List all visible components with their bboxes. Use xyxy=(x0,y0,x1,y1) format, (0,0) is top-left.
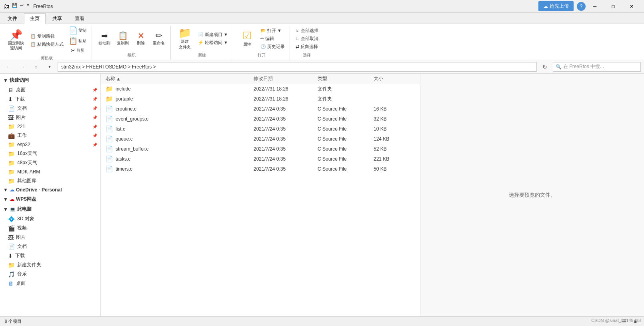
c-file-icon: 📄 xyxy=(106,115,113,123)
header-size[interactable]: 大小 xyxy=(374,75,414,82)
file-row-queue[interactable]: 📄 queue.c 2021/7/24 0:35 C Source File 1… xyxy=(101,134,420,144)
copy-to-button[interactable]: 📋 复制到 xyxy=(114,30,131,48)
quick-access-undo[interactable]: ↩ xyxy=(20,3,24,10)
minimize-button[interactable]: ─ xyxy=(586,0,604,13)
header-date[interactable]: 修改日期 xyxy=(254,75,318,82)
sidebar-item-work[interactable]: 💼 工作 📌 xyxy=(0,131,100,140)
tab-share[interactable]: 共享 xyxy=(46,13,68,24)
back-button[interactable]: ← xyxy=(3,61,14,72)
header-name[interactable]: 名称 ▲ xyxy=(106,75,254,82)
properties-button[interactable]: ☑ 属性 xyxy=(237,29,257,49)
sidebar-section-quick-access[interactable]: ▼ 快速访问 xyxy=(0,75,100,85)
tab-home[interactable]: 主页 xyxy=(24,13,46,24)
deselect-icon: ☐ xyxy=(296,36,300,41)
newfolder-icon: 📁 xyxy=(8,262,15,268)
edit-button[interactable]: ✏ 编辑 xyxy=(259,35,286,42)
sidebar-item-48px[interactable]: 📁 48px天气 xyxy=(0,158,100,167)
sidebar-item-otherlib[interactable]: 📁 其他图库 xyxy=(0,176,100,185)
titlebar-dropdown[interactable]: ▼ xyxy=(26,3,30,10)
watermark: CSDN @sinat_58149738 xyxy=(591,318,641,323)
select-col: ☑ 全部选择 ☐ 全部取消 ⇄ 反向选择 xyxy=(294,27,320,50)
select-all-button[interactable]: ☑ 全部选择 xyxy=(294,27,320,34)
history-button[interactable]: 🕐 历史记录 xyxy=(259,43,286,50)
pin-indicator: 📌 xyxy=(92,88,97,92)
quick-access-save[interactable]: 💾 xyxy=(12,3,18,10)
easy-access-button[interactable]: ⚡ 轻松访问 ▼ xyxy=(196,39,230,46)
sidebar-item-mdkarm[interactable]: 📁 MDK-ARM xyxy=(0,167,100,176)
filelist-header: 名称 ▲ 修改日期 类型 大小 xyxy=(101,74,420,84)
pin-quick-access-button[interactable]: 📌 固定到快速访问 xyxy=(5,28,27,52)
file-row-event-groups[interactable]: 📄 event_groups.c 2021/7/24 0:35 C Source… xyxy=(101,114,420,124)
paste-shortcut-icon: 📋 xyxy=(30,42,36,47)
move-icon: ➡ xyxy=(101,32,108,40)
move-to-button[interactable]: ➡ 移动到 xyxy=(96,30,113,48)
file-row-timers[interactable]: 📄 timers.c 2021/7/24 0:35 C Source File … xyxy=(101,164,420,174)
sidebar-item-pics[interactable]: 🖼 图片 xyxy=(0,233,100,242)
properties-icon: ☑ xyxy=(242,30,252,41)
paste-shortcut-button[interactable]: 📋 粘贴快捷方式 xyxy=(29,40,65,48)
new-folder-button[interactable]: 📁 新建文件夹 xyxy=(175,26,195,52)
delete-button[interactable]: ✕ 删除 xyxy=(133,30,149,48)
tab-file[interactable]: 文件 xyxy=(2,13,23,24)
search-box[interactable]: 🔍 在 FreeRtos 中搜... xyxy=(553,62,641,72)
file-row-tasks[interactable]: 📄 tasks.c 2021/7/24 0:35 C Source File 2… xyxy=(101,154,420,164)
sidebar-item-video[interactable]: 🎬 视频 xyxy=(0,223,100,233)
paste-icon: 📋 xyxy=(69,37,78,44)
sidebar-item-newfolder[interactable]: 📁 新建文件夹 xyxy=(0,260,100,270)
edit-icon: ✏ xyxy=(260,36,264,41)
c-file-icon: 📄 xyxy=(106,135,113,143)
sidebar-item-dl[interactable]: ⬇ 下载 xyxy=(0,251,100,260)
file-date: 2022/7/31 18:26 xyxy=(254,86,318,92)
file-row-portable[interactable]: 📁 portable 2022/7/31 18:26 文件夹 xyxy=(101,94,420,104)
deselect-all-button[interactable]: ☐ 全部取消 xyxy=(294,35,320,42)
cut-button[interactable]: ✂ 剪切 xyxy=(67,46,88,54)
open-button[interactable]: 📂 打开 ▼ xyxy=(259,27,286,34)
sidebar-item-221[interactable]: 📁 221 📌 xyxy=(0,122,100,131)
sidebar-section-onedrive[interactable]: ▼ ☁ OneDrive - Personal xyxy=(0,185,100,194)
sidebar-item-16px[interactable]: 📁 16px天气 xyxy=(0,149,100,158)
close-button[interactable]: ✕ xyxy=(622,0,641,13)
header-type[interactable]: 类型 xyxy=(318,75,374,82)
address-path[interactable]: stm32mx > FREERTOSDEMO > FreeRtos > xyxy=(58,62,537,72)
copy-path-button[interactable]: 📋 复制路径 xyxy=(29,32,65,40)
sidebar-item-pictures[interactable]: 🖼 图片 📌 xyxy=(0,113,100,122)
file-row-stream-buffer[interactable]: 📄 stream_buffer.c 2021/7/24 0:35 C Sourc… xyxy=(101,144,420,154)
sidebar-item-documents[interactable]: 📄 文档 📌 xyxy=(0,104,100,113)
wps-icon: ☁ xyxy=(10,197,14,202)
refresh-button[interactable]: ↻ xyxy=(539,61,550,72)
file-row-list[interactable]: 📄 list.c 2021/7/24 0:35 C Source File 10… xyxy=(101,124,420,134)
addressbar: ← → ↑ ▼ stm32mx > FREERTOSDEMO > FreeRto… xyxy=(0,60,644,74)
paste-button[interactable]: 📋 粘贴 xyxy=(67,36,88,46)
organize-label: 组织 xyxy=(128,52,136,58)
upload-button[interactable]: ☁ 抢先上传 xyxy=(538,1,574,11)
help-icon[interactable]: ? xyxy=(577,2,586,11)
sidebar-item-music[interactable]: 🎵 音乐 xyxy=(0,270,100,279)
tab-view[interactable]: 查看 xyxy=(69,13,90,24)
rename-button[interactable]: ✏ 重命名 xyxy=(150,30,167,48)
sidebar-item-desktop[interactable]: 🖥 桌面 📌 xyxy=(0,85,100,95)
file-type: C Source File xyxy=(318,166,374,172)
file-name: portable xyxy=(116,96,133,102)
file-name: queue.c xyxy=(116,136,133,142)
recent-locations-button[interactable]: ▼ xyxy=(44,61,55,72)
forward-button[interactable]: → xyxy=(17,61,28,72)
sidebar-section-thispc[interactable]: ▼ 💻 此电脑 xyxy=(0,204,100,214)
clipboard-col: 📋 复制路径 📋 粘贴快捷方式 xyxy=(29,32,65,48)
file-date: 2021/7/24 0:35 xyxy=(254,156,318,162)
file-row-croutine[interactable]: 📄 croutine.c 2021/7/24 0:35 C Source Fil… xyxy=(101,104,420,114)
sidebar-item-esp32[interactable]: 📁 esp32 📌 xyxy=(0,140,100,149)
invert-select-button[interactable]: ⇄ 反向选择 xyxy=(294,43,320,50)
otherlib-icon: 📁 xyxy=(8,178,15,184)
sidebar-item-3d[interactable]: 💠 3D 对象 xyxy=(0,214,100,223)
copy-button[interactable]: 📄 复制 xyxy=(67,26,88,35)
new-item-button[interactable]: 📄 新建项目 ▼ xyxy=(196,31,230,38)
file-row-include[interactable]: 📁 include 2022/7/31 18:26 文件夹 xyxy=(101,84,420,94)
copy-icon: 📄 xyxy=(69,27,78,34)
up-button[interactable]: ↑ xyxy=(30,61,42,72)
sidebar-item-docs[interactable]: 📄 文档 xyxy=(0,242,100,251)
sidebar-section-wps[interactable]: ▼ ☁ WPS网盘 xyxy=(0,194,100,204)
sidebar-item-desk2[interactable]: 🖥 桌面 xyxy=(0,279,100,288)
chevron-down-icon: ▼ xyxy=(3,78,8,83)
sidebar-item-downloads[interactable]: ⬇ 下载 📌 xyxy=(0,95,100,104)
maximize-button[interactable]: □ xyxy=(604,0,622,13)
